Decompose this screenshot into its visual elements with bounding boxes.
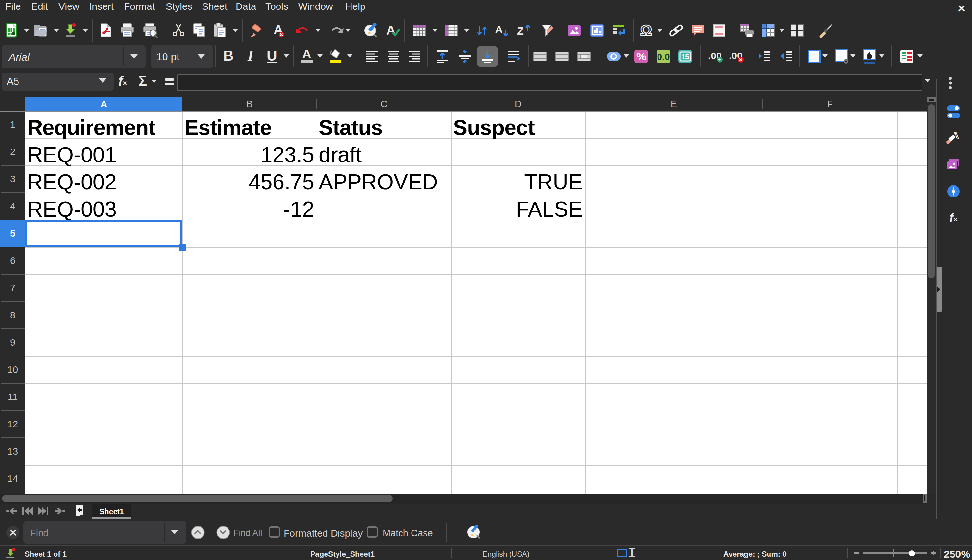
svg-text:Ω: Ω — [640, 23, 652, 38]
svg-text:%: % — [636, 50, 646, 63]
svg-text:0.0: 0.0 — [657, 52, 670, 62]
svg-text:15: 15 — [681, 53, 689, 61]
svg-text:A: A — [302, 48, 311, 61]
svg-text:Z: Z — [517, 25, 524, 37]
svg-text:A: A — [495, 23, 503, 36]
